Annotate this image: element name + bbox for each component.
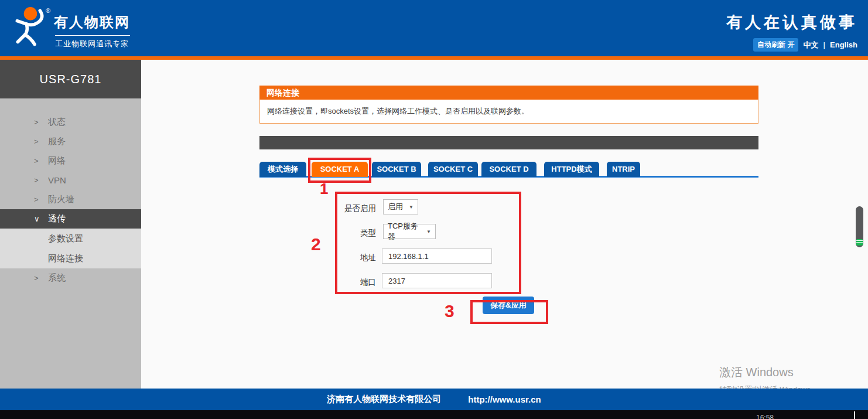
chevron-right-icon: >: [34, 176, 48, 185]
tab-socket-d[interactable]: SOCKET D: [481, 162, 536, 177]
sidebar-item-network[interactable]: > 网络: [0, 151, 141, 171]
address-label: 地址: [333, 253, 376, 263]
header-links: 自动刷新 开 中文 | English: [726, 38, 857, 52]
port-label: 端口: [333, 277, 376, 288]
chevron-right-icon: >: [34, 156, 48, 165]
brand-title: 有人物联网: [54, 13, 130, 32]
taskbar-divider: [854, 411, 855, 419]
sidebar-item-label: 状态: [48, 117, 66, 128]
sidebar-submenu: 参数设置 网络连接: [0, 229, 141, 268]
page-description: 网络连接设置，即sockets设置，选择网络工作模式、是否启用以及联网参数。: [259, 100, 758, 124]
tab-socket-a[interactable]: SOCKET A: [312, 162, 368, 177]
tab-httpd-mode[interactable]: HTTPD模式: [544, 162, 599, 177]
page-title: 网络连接: [259, 86, 758, 100]
sidebar-item-label: 系统: [48, 272, 66, 284]
device-name: USR-G781: [0, 60, 141, 98]
brand-subtitle: 工业物联网通讯专家: [55, 39, 130, 49]
watermark-line1: 激活 Windows: [719, 365, 818, 380]
sidebar-subitem-network-connection[interactable]: 网络连接: [0, 248, 141, 268]
top-header: ® 有人物联网 工业物联网通讯专家 有人在认真做事 自动刷新 开 中文 | En…: [0, 0, 868, 56]
lang-divider: |: [823, 40, 825, 49]
scrollbar-thumb[interactable]: [856, 206, 863, 247]
sidebar-item-label: 网络: [48, 155, 66, 166]
tab-mode-select[interactable]: 模式选择: [259, 162, 306, 177]
lang-zh-link[interactable]: 中文: [803, 40, 818, 50]
enable-label: 是否启用: [333, 203, 376, 214]
chevron-down-icon: ∨: [34, 214, 48, 223]
taskbar-strip: 16:58: [0, 410, 868, 419]
registered-mark-icon: ®: [46, 7, 50, 14]
sidebar-item-label: 服务: [48, 136, 66, 147]
save-apply-button[interactable]: 保存&应用: [483, 297, 534, 314]
sidebar-menu: > 状态 > 服务 > 网络 > VPN > 防火墙 ∨ 透传: [0, 98, 141, 288]
sidebar-item-firewall[interactable]: > 防火墙: [0, 190, 141, 209]
annotation-number-3: 3: [445, 301, 454, 321]
address-input[interactable]: [382, 248, 492, 264]
port-input[interactable]: [382, 273, 492, 288]
dropdown-arrow-icon: ▼: [409, 205, 414, 210]
lang-en-link[interactable]: English: [830, 40, 857, 49]
sidebar-item-status[interactable]: > 状态: [0, 113, 141, 132]
sidebar-item-label: VPN: [48, 175, 66, 185]
enable-select-value: 启用: [388, 202, 403, 212]
tab-socket-b[interactable]: SOCKET B: [372, 162, 421, 177]
tab-ntrip[interactable]: NTRIP: [607, 162, 640, 177]
sidebar-item-label: 防火墙: [48, 194, 74, 205]
type-label: 类型: [333, 228, 376, 239]
footer-url: http://www.usr.cn: [468, 394, 541, 404]
brand-block: 有人物联网 工业物联网通讯专家: [54, 13, 130, 49]
sidebar-item-passthrough[interactable]: ∨ 透传: [0, 209, 141, 229]
taskbar-clock: 16:58: [756, 414, 774, 419]
sidebar-subitem-parameter-settings[interactable]: 参数设置: [0, 229, 141, 248]
chevron-right-icon: >: [34, 274, 48, 282]
type-select[interactable]: TCP服务器 ▼: [383, 224, 436, 239]
enable-select[interactable]: 启用 ▼: [383, 199, 418, 214]
auto-refresh-toggle[interactable]: 自动刷新 开: [753, 38, 798, 52]
header-right: 有人在认真做事 自动刷新 开 中文 | English: [726, 12, 857, 52]
slogan-text: 有人在认真做事: [726, 12, 857, 33]
footer: 济南有人物联网技术有限公司 http://www.usr.cn: [0, 389, 868, 410]
sidebar-item-services[interactable]: > 服务: [0, 132, 141, 151]
chevron-right-icon: >: [34, 195, 48, 204]
dropdown-arrow-icon: ▼: [426, 229, 431, 234]
scroll-progress-indicator: [856, 239, 863, 246]
brand-divider: [55, 35, 130, 36]
sidebar-item-system[interactable]: > 系统: [0, 268, 141, 288]
footer-company: 济南有人物联网技术有限公司: [327, 394, 441, 405]
brand-logo: ®: [9, 5, 55, 53]
sidebar-item-label: 透传: [48, 213, 66, 224]
sidebar: USR-G781 > 状态 > 服务 > 网络 > VPN > 防火墙: [0, 60, 141, 389]
annotation-number-1: 1: [320, 180, 328, 198]
toolbar-bar: [259, 136, 758, 149]
tab-socket-c[interactable]: SOCKET C: [428, 162, 478, 177]
page: ® 有人物联网 工业物联网通讯专家 有人在认真做事 自动刷新 开 中文 | En…: [0, 0, 868, 419]
chevron-right-icon: >: [34, 118, 48, 127]
annotation-number-2: 2: [311, 234, 321, 254]
chevron-right-icon: >: [34, 137, 48, 146]
sidebar-item-vpn[interactable]: > VPN: [0, 171, 141, 190]
type-select-value: TCP服务器: [388, 221, 422, 242]
